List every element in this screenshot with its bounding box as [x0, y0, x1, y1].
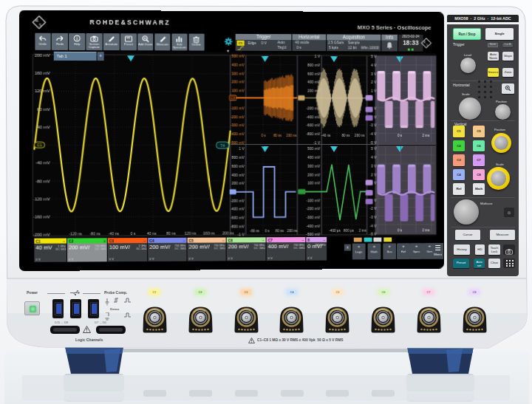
svg-text:-1 V: -1 V: [313, 140, 321, 145]
svg-text:-120 ns: -120 ns: [69, 231, 82, 236]
svg-text:2 ms: 2 ms: [359, 229, 366, 233]
svg-text:800 mV: 800 mV: [307, 63, 321, 67]
svg-text:1 V: 1 V: [315, 54, 321, 58]
svg-text:600 mV: 600 mV: [307, 72, 321, 76]
svg-text:-3 V: -3 V: [369, 123, 377, 128]
svg-text:400 mV: 400 mV: [307, 155, 321, 160]
svg-text:300 mV: 300 mV: [307, 164, 321, 168]
svg-text:-200 mV: -200 mV: [306, 207, 320, 211]
svg-text:160 ns: 160 ns: [203, 231, 215, 236]
svg-text:-300 mV: -300 mV: [306, 215, 320, 219]
svg-text:-5 V: -5 V: [369, 232, 377, 236]
svg-text:-800 mV: -800 mV: [231, 224, 245, 228]
svg-text:-40 ns: -40 ns: [321, 134, 331, 137]
svg-text:-40 ns: -40 ns: [109, 231, 120, 236]
svg-text:-4 V: -4 V: [369, 224, 377, 228]
svg-text:0 s: 0 s: [131, 231, 136, 236]
svg-text:0 s: 0 s: [398, 134, 403, 137]
svg-text:2 ms: 2 ms: [423, 134, 430, 137]
svg-text:0 s: 0 s: [398, 229, 403, 233]
svg-text:-400 µs: -400 µs: [329, 229, 341, 233]
svg-text:1 V: 1 V: [371, 89, 377, 93]
svg-text:200 ns: 200 ns: [222, 231, 234, 236]
svg-text:-80 mV: -80 mV: [35, 179, 50, 183]
svg-text:-2 V: -2 V: [369, 206, 377, 210]
svg-text:-1 V: -1 V: [238, 233, 245, 237]
svg-text:200 ns: 200 ns: [287, 230, 298, 233]
svg-text:600 mV: 600 mV: [231, 164, 245, 168]
svg-text:1 V: 1 V: [239, 147, 245, 151]
svg-text:C3: C3: [231, 96, 235, 100]
svg-text:-400 mV: -400 mV: [231, 131, 245, 136]
svg-text:200 ns: 200 ns: [287, 134, 297, 137]
svg-text:800 µs: 800 µs: [344, 229, 354, 233]
svg-text:4 V: 4 V: [371, 63, 377, 67]
svg-text:120 ns: 120 ns: [185, 231, 197, 236]
svg-text:40 mV: 40 mV: [37, 125, 50, 129]
svg-text:5 V: 5 V: [371, 54, 377, 58]
svg-text:S: S: [426, 43, 429, 47]
svg-text:80 ns: 80 ns: [166, 231, 176, 236]
svg-text:0 s: 0 s: [262, 134, 267, 137]
svg-text:-400 mV: -400 mV: [306, 224, 320, 228]
svg-text:-800 mV: -800 mV: [306, 131, 320, 136]
svg-text:-200 mV: -200 mV: [231, 198, 245, 202]
svg-text:200 mV: 200 mV: [307, 172, 321, 177]
svg-text:160 mV: 160 mV: [35, 71, 50, 75]
svg-text:200 mV: 200 mV: [231, 181, 245, 185]
svg-text:3 V: 3 V: [371, 164, 377, 168]
svg-text:-80 ns: -80 ns: [89, 231, 100, 236]
svg-text:-500 mV: -500 mV: [231, 140, 245, 145]
svg-text:-600 mV: -600 mV: [231, 216, 245, 220]
svg-text:3 V: 3 V: [371, 72, 377, 76]
svg-text:0 s: 0 s: [265, 230, 270, 233]
svg-text:2 V: 2 V: [371, 80, 377, 84]
svg-text:80 ns: 80 ns: [273, 134, 282, 137]
svg-text:5 V: 5 V: [371, 146, 377, 151]
svg-text:300 mV: 300 mV: [231, 71, 245, 75]
svg-text:200 mV: 200 mV: [35, 53, 50, 58]
svg-text:-80 ns: -80 ns: [250, 230, 259, 233]
svg-text:80 mV: 80 mV: [37, 107, 50, 112]
svg-text:200 mV: 200 mV: [231, 80, 245, 84]
svg-text:80 ns: 80 ns: [341, 134, 350, 137]
svg-text:-600 mV: -600 mV: [306, 123, 320, 128]
svg-text:-300 mV: -300 mV: [231, 123, 245, 128]
svg-text:100 mV: 100 mV: [231, 89, 245, 93]
svg-text:-500 mV: -500 mV: [306, 233, 320, 237]
svg-text:-100 mV: -100 mV: [231, 106, 245, 110]
svg-text:2 V: 2 V: [371, 172, 377, 177]
svg-text:40 ns: 40 ns: [147, 231, 157, 236]
svg-text:-120 mV: -120 mV: [33, 197, 50, 202]
svg-text:-5 V: -5 V: [369, 140, 377, 145]
svg-text:-3 V: -3 V: [369, 215, 377, 219]
svg-text:-400 mV: -400 mV: [306, 114, 320, 119]
svg-text:80 ns: 80 ns: [276, 230, 284, 233]
svg-text:-400 mV: -400 mV: [231, 207, 245, 211]
svg-text:-100 mV: -100 mV: [306, 198, 320, 202]
svg-text:S: S: [38, 22, 41, 28]
svg-text:-200 mV: -200 mV: [231, 114, 245, 119]
svg-text:100 mV: 100 mV: [307, 181, 321, 185]
svg-text:500 mV: 500 mV: [231, 54, 245, 58]
svg-text:120 mV: 120 mV: [35, 89, 50, 94]
svg-text:2 ms: 2 ms: [423, 229, 430, 233]
svg-text:-160 mV: -160 mV: [33, 215, 50, 219]
svg-text:500 mV: 500 mV: [307, 147, 321, 151]
svg-text:800 mV: 800 mV: [231, 155, 245, 160]
svg-text:400 mV: 400 mV: [231, 63, 245, 67]
svg-text:4 V: 4 V: [371, 155, 377, 160]
svg-text:T4: T4: [220, 143, 225, 148]
svg-text:-200 mV: -200 mV: [33, 233, 50, 237]
svg-text:C1: C1: [37, 143, 42, 148]
svg-text:400 mV: 400 mV: [231, 173, 245, 177]
svg-text:-40 mV: -40 mV: [35, 161, 50, 165]
svg-text:-4 V: -4 V: [369, 131, 377, 136]
svg-text:200 ns: 200 ns: [355, 134, 365, 137]
